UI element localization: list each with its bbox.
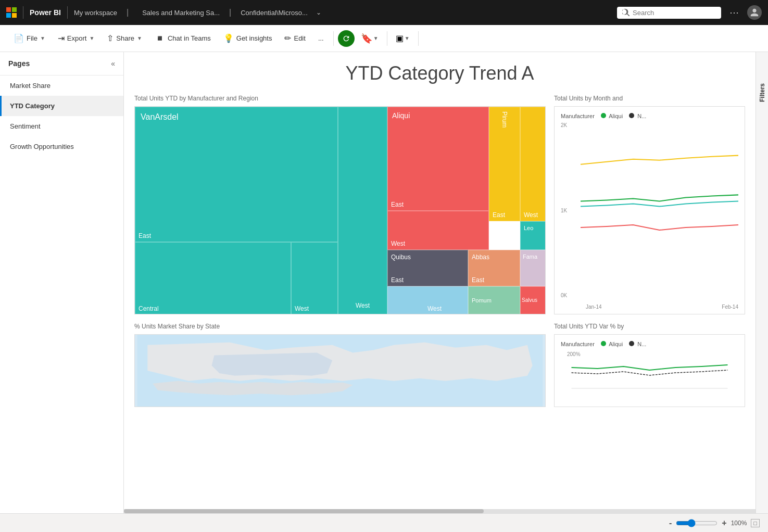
treemap-cell-salvus: Salvus [520,286,546,314]
sidebar-title: Pages [8,59,30,68]
pages-sidebar: Pages « Market Share YTD Category Sentim… [0,52,124,532]
line-y-axis: 2K 1K 0K [561,122,567,298]
sidebar-collapse-button[interactable]: « [111,59,115,68]
refresh-icon [342,34,350,43]
bar-legend-aliqui: Aliqui [601,341,623,347]
map-chart[interactable] [134,334,546,407]
avatar-icon [750,8,759,17]
map-label: % Units Market Share by State [134,323,546,330]
bar-chart[interactable]: Manufacturer Aliqui N... 200% [554,334,745,407]
treemap-cell-vanarsdel-west[interactable]: West [291,242,338,314]
filters-panel[interactable]: Filters [756,52,768,532]
fit-page-icon[interactable]: □ [751,519,760,527]
sidebar-item-ytd-category[interactable]: YTD Category [0,96,123,116]
toolbar-divider-1 [333,31,334,46]
microsoft-logo [6,7,17,18]
line-chart-section: Total Units by Month and Manufacturer Al… [554,95,745,314]
avatar[interactable] [747,5,762,20]
line-x-axis: Jan-14 Feb-14 [586,304,738,310]
powerbi-brand: Power BI [30,8,61,17]
top-navigation: Power BI My workspace | Sales and Market… [0,0,768,25]
workspace-label[interactable]: My workspace [74,9,117,17]
export-button[interactable]: ⇥ Export ▼ [53,30,99,46]
horizontal-scrollbar[interactable] [124,509,756,513]
treemap-cell-aliqui-west[interactable]: West [387,211,489,250]
report-chevron[interactable]: ⌄ [316,9,321,16]
nav-divider-1 [23,6,23,19]
treemap-cell-fama[interactable]: Fama [520,250,546,286]
bar-legend-n: N... [629,341,646,347]
legend-n-dot [629,113,634,118]
toolbar: 📄 File ▼ ⇥ Export ▼ ⇧ Share ▼ ◾ Chat in … [0,25,768,52]
content-area: YTD Category Trend A Total Units YTD by … [124,52,768,532]
legend-aliqui-dot [601,113,606,118]
treemap-cell-aliqui-east[interactable]: Aliqui East [387,107,489,211]
bookmark-button[interactable]: 🔖 ▼ [357,31,383,46]
map-svg [135,335,545,407]
treemap-cell-vanarsdel-east[interactable]: VanArsdel East [135,107,338,242]
line-chart-svg [581,122,738,280]
filters-label[interactable]: Filters [759,83,766,102]
teams-icon: ◾ [155,33,165,43]
insights-button[interactable]: 💡 Get insights [218,30,278,46]
search-icon [622,9,629,16]
line-chart-legend: Manufacturer Aliqui N... [561,113,738,119]
treemap-cell-vanarsdel-central[interactable]: Central [135,242,291,314]
search-box[interactable] [617,7,721,19]
file-button[interactable]: 📄 File ▼ [8,30,51,46]
line-chart-label: Total Units by Month and [554,95,745,102]
edit-button[interactable]: ✏ Edit [279,30,310,46]
treemap-cell-leo[interactable]: Leo [520,221,546,250]
bar-chart-svg [561,357,738,394]
treemap-cell-currus-west: West [387,286,468,314]
refresh-button[interactable] [338,30,355,47]
treemap-cell-quibus-east[interactable]: Quibus East [387,250,468,286]
treemap-cell-pirum-east[interactable]: Pirum East [489,107,520,221]
charts-bottom-row: % Units Market Share by State [134,323,745,407]
treemap-cell-vanarsdel-strip[interactable]: West [338,107,387,314]
share-button[interactable]: ⇧ Share ▼ [102,30,147,46]
sidebar-item-sentiment[interactable]: Sentiment [0,116,123,136]
legend-aliqui: Aliqui [601,113,623,119]
treemap-cell-abbas-east[interactable]: Abbas East [468,250,520,286]
insights-icon: 💡 [223,33,234,43]
view-icon: ▣ [396,33,404,43]
treemap-label: Total Units YTD by Manufacturer and Regi… [134,95,546,102]
search-input[interactable] [633,9,706,17]
treemap-cell-pirum-west[interactable]: West [520,107,546,221]
zoom-level: 100% [731,520,747,527]
scroll-thumb[interactable] [124,509,484,513]
toolbar-divider-3 [418,31,419,46]
legend-n: N... [629,113,646,119]
treemap-section: Total Units YTD by Manufacturer and Regi… [134,95,546,314]
bar-legend-aliqui-dot [601,341,606,346]
zoom-plus[interactable]: + [722,518,726,528]
treemap-cell-pomum: Pomum [468,286,520,314]
bottom-bar: - + 100% □ [0,513,768,532]
sidebar-item-growth-opportunities[interactable]: Growth Opportunities [0,136,123,157]
zoom-slider[interactable] [676,519,717,527]
nav-more-button[interactable]: ⋯ [729,7,739,18]
bar-chart-section: Total Units YTD Var % by Manufacturer Al… [554,323,745,407]
export-icon: ⇥ [58,33,65,43]
bar-chart-legend: Manufacturer Aliqui N... [561,341,738,347]
edit-icon: ✏ [284,33,291,43]
map-section: % Units Market Share by State [134,323,546,407]
sidebar-item-market-share[interactable]: Market Share [0,75,123,96]
main-layout: Pages « Market Share YTD Category Sentim… [0,52,768,532]
sidebar-header: Pages « [0,52,123,75]
file-icon: 📄 [14,33,24,43]
zoom-controls: - + 100% □ [669,518,760,528]
report-page-title: YTD Category Trend A [134,62,745,84]
treemap-chart[interactable]: VanArsdel East Central West [134,106,546,314]
line-chart[interactable]: Manufacturer Aliqui N... 2K [554,106,745,314]
report-subtitle-nav: Confidential\Microso... [241,9,308,17]
share-icon: ⇧ [107,33,114,43]
chat-button[interactable]: ◾ Chat in Teams [149,30,216,46]
toolbar-divider-2 [387,31,387,46]
view-button[interactable]: ▣ ▼ [392,31,414,45]
zoom-minus[interactable]: - [669,518,672,528]
legend-manufacturer-label: Manufacturer [561,113,595,119]
charts-top-row: Total Units YTD by Manufacturer and Regi… [134,95,745,314]
more-options-button[interactable]: ... [313,31,329,45]
